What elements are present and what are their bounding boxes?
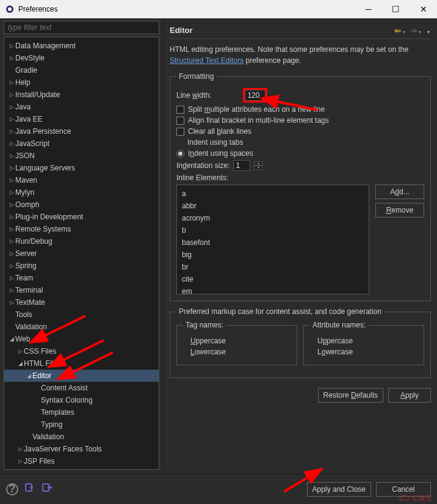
tree-item[interactable]: JSP Files (4, 455, 159, 467)
maximize-button[interactable]: ☐ (382, 0, 410, 18)
tag-lowercase-option[interactable]: Lowercase (190, 348, 291, 356)
tree-item[interactable]: Install/Update (4, 89, 159, 101)
twisty-icon[interactable] (8, 287, 15, 293)
inline-element-item[interactable]: b (182, 224, 364, 236)
clear-checkbox[interactable] (176, 128, 184, 136)
attr-lowercase-option[interactable]: Lowercase (317, 348, 417, 356)
tree-item[interactable]: Editor (4, 370, 159, 382)
twisty-icon[interactable] (16, 348, 24, 354)
twisty-icon[interactable] (8, 177, 15, 183)
tree-item[interactable]: Plug-in Development (4, 211, 159, 223)
help-icon[interactable]: ? (6, 483, 18, 495)
import-icon[interactable] (24, 482, 35, 496)
structured-editors-link[interactable]: Structured Text Editors (170, 56, 244, 65)
tree-item[interactable]: Web (4, 333, 159, 345)
tree-item[interactable]: JavaScript (4, 137, 159, 150)
indent-spaces-radio[interactable] (176, 150, 184, 158)
minimize-button[interactable]: ─ (355, 0, 382, 18)
twisty-icon[interactable] (8, 165, 15, 171)
twisty-icon[interactable] (16, 360, 24, 367)
tree-item[interactable]: Maven (4, 174, 159, 186)
tree-item[interactable]: Java Persistence (4, 125, 159, 137)
tree-item[interactable]: Gradle (4, 64, 159, 76)
indent-size-spinner[interactable]: ▴▾ (254, 161, 262, 170)
twisty-icon[interactable] (8, 153, 15, 159)
twisty-icon[interactable] (8, 263, 15, 269)
align-checkbox[interactable] (176, 117, 184, 125)
twisty-icon[interactable] (8, 226, 15, 232)
tree-item[interactable]: Java EE (4, 113, 159, 125)
inline-element-item[interactable]: a (182, 188, 364, 200)
inline-element-item[interactable]: br (182, 261, 364, 273)
tree-item[interactable]: Team (4, 272, 159, 284)
close-button[interactable]: ✕ (410, 0, 437, 18)
tree-item[interactable]: JSON (4, 150, 159, 162)
inline-elements-list[interactable]: aabbracronymbbasefontbigbrciteem (176, 184, 369, 294)
twisty-icon[interactable] (8, 128, 15, 134)
twisty-icon[interactable] (8, 116, 15, 122)
tree-item[interactable]: Remote Systems (4, 223, 159, 235)
twisty-icon[interactable] (25, 373, 32, 379)
tree-item[interactable]: JavaServer Faces Tools (4, 443, 159, 455)
twisty-icon[interactable] (8, 79, 15, 86)
tree-item[interactable]: Java (4, 101, 159, 113)
tree-item[interactable]: Language Servers (4, 162, 159, 174)
tree-item[interactable]: Validation (4, 321, 159, 333)
twisty-icon[interactable] (16, 458, 24, 464)
twisty-icon[interactable] (16, 446, 24, 452)
tree-item[interactable]: HTML Files (4, 357, 159, 370)
tree-item[interactable]: Spring (4, 260, 159, 272)
twisty-icon[interactable] (8, 238, 15, 244)
tree-item[interactable]: Syntax Coloring (4, 394, 159, 406)
tree-item[interactable]: Content Assist (4, 382, 159, 394)
twisty-icon[interactable] (8, 336, 15, 342)
preferences-tree[interactable]: Data ManagementDevStyleGradleHelpInstall… (4, 37, 159, 470)
add-button[interactable]: Add... (375, 184, 424, 199)
twisty-icon[interactable] (8, 202, 15, 208)
indent-size-input[interactable] (233, 160, 250, 171)
export-icon[interactable] (42, 482, 52, 496)
tree-item[interactable]: Templates (4, 406, 159, 418)
twisty-icon[interactable] (8, 214, 15, 220)
twisty-icon[interactable] (8, 92, 15, 98)
twisty-icon[interactable] (8, 275, 15, 281)
split-checkbox[interactable] (176, 106, 184, 114)
attr-uppercase-option[interactable]: Uppercase (317, 337, 417, 345)
tree-item[interactable]: DevStyle (4, 52, 159, 64)
twisty-icon[interactable] (8, 43, 15, 49)
remove-button[interactable]: Remove (375, 203, 424, 217)
inline-element-item[interactable]: basefont (182, 236, 364, 249)
tree-item[interactable]: Terminal (4, 284, 159, 296)
restore-defaults-button[interactable]: Restore Defaults (318, 388, 383, 403)
tree-item[interactable]: CSS Files (4, 345, 159, 357)
inline-element-item[interactable]: cite (182, 273, 364, 285)
twisty-icon[interactable] (8, 141, 15, 147)
twisty-icon[interactable] (8, 55, 15, 61)
twisty-icon[interactable] (8, 299, 15, 305)
inline-element-item[interactable]: big (182, 249, 364, 261)
tree-item[interactable]: Run/Debug (4, 235, 159, 247)
tree-item[interactable]: Mylyn (4, 186, 159, 199)
nav-back-button[interactable]: ⇐▾ (393, 26, 406, 35)
tree-item[interactable]: Validation (4, 431, 159, 443)
inline-element-item[interactable]: em (182, 285, 364, 294)
tree-item[interactable]: Server (4, 247, 159, 260)
line-width-input[interactable] (245, 90, 265, 101)
filter-input[interactable] (4, 21, 159, 34)
twisty-icon[interactable] (8, 104, 15, 110)
tree-item[interactable]: Tools (4, 309, 159, 321)
tree-item[interactable]: Data Management (4, 40, 159, 52)
twisty-icon[interactable] (8, 189, 15, 195)
apply-and-close-button[interactable]: Apply and Close (307, 482, 371, 497)
nav-forward-button[interactable]: ⇒▾ (409, 26, 422, 35)
apply-button[interactable]: Apply (388, 388, 431, 403)
tree-item[interactable]: Typing (4, 418, 159, 431)
tree-item[interactable]: Help (4, 76, 159, 89)
inline-element-item[interactable]: abbr (182, 200, 364, 212)
twisty-icon[interactable] (8, 250, 15, 257)
nav-menu-button[interactable]: ▾ (425, 26, 431, 35)
inline-element-item[interactable]: acronym (182, 212, 364, 224)
tag-uppercase-option[interactable]: Uppercase (190, 337, 291, 345)
tree-item[interactable]: Oomph (4, 199, 159, 211)
tree-item[interactable]: TextMate (4, 296, 159, 309)
